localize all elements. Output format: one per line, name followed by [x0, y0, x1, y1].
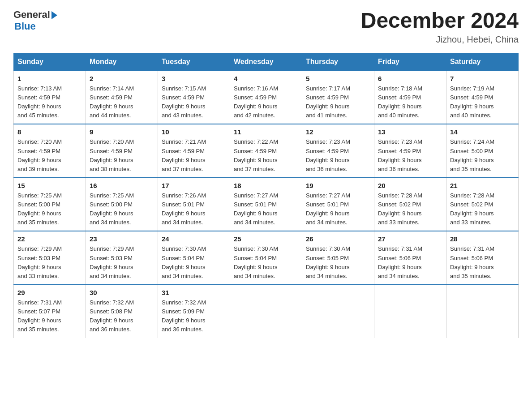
day-info: Sunrise: 7:16 AM Sunset: 4:59 PM Dayligh… — [234, 84, 298, 120]
day-info: Sunrise: 7:20 AM Sunset: 4:59 PM Dayligh… — [90, 137, 154, 174]
day-number: 6 — [378, 75, 442, 82]
header-wednesday: Wednesday — [230, 53, 302, 71]
day-info: Sunrise: 7:29 AM Sunset: 5:03 PM Dayligh… — [17, 244, 82, 281]
day-number: 7 — [450, 75, 515, 82]
logo-blue-text: Blue — [14, 21, 36, 32]
table-row: 22 Sunrise: 7:29 AM Sunset: 5:03 PM Dayl… — [14, 231, 86, 285]
day-number: 30 — [90, 289, 154, 296]
table-row: 28 Sunrise: 7:31 AM Sunset: 5:06 PM Dayl… — [446, 231, 519, 285]
logo-general-text: General — [13, 9, 50, 21]
day-number: 9 — [90, 128, 154, 136]
table-row: 7 Sunrise: 7:19 AM Sunset: 4:59 PM Dayli… — [446, 71, 519, 124]
table-row: 15 Sunrise: 7:25 AM Sunset: 5:00 PM Dayl… — [14, 178, 86, 231]
day-number: 14 — [450, 128, 515, 136]
table-row: 16 Sunrise: 7:25 AM Sunset: 5:00 PM Dayl… — [86, 178, 158, 231]
day-number: 16 — [90, 182, 154, 189]
table-row — [446, 285, 519, 338]
table-row: 5 Sunrise: 7:17 AM Sunset: 4:59 PM Dayli… — [302, 71, 374, 124]
day-info: Sunrise: 7:25 AM Sunset: 5:00 PM Dayligh… — [90, 191, 154, 227]
table-row: 25 Sunrise: 7:30 AM Sunset: 5:04 PM Dayl… — [230, 231, 302, 285]
day-info: Sunrise: 7:31 AM Sunset: 5:06 PM Dayligh… — [378, 244, 442, 281]
header-thursday: Thursday — [302, 53, 374, 71]
day-number: 10 — [162, 128, 226, 136]
day-info: Sunrise: 7:24 AM Sunset: 5:00 PM Dayligh… — [450, 137, 515, 174]
day-number: 31 — [162, 289, 226, 296]
table-row: 4 Sunrise: 7:16 AM Sunset: 4:59 PM Dayli… — [230, 71, 302, 124]
day-info: Sunrise: 7:23 AM Sunset: 4:59 PM Dayligh… — [306, 137, 370, 174]
day-info: Sunrise: 7:28 AM Sunset: 5:02 PM Dayligh… — [450, 191, 515, 227]
day-info: Sunrise: 7:27 AM Sunset: 5:01 PM Dayligh… — [306, 191, 370, 227]
day-info: Sunrise: 7:32 AM Sunset: 5:09 PM Dayligh… — [162, 298, 226, 334]
day-info: Sunrise: 7:31 AM Sunset: 5:07 PM Dayligh… — [17, 298, 82, 334]
day-info: Sunrise: 7:29 AM Sunset: 5:03 PM Dayligh… — [90, 244, 154, 281]
table-row: 19 Sunrise: 7:27 AM Sunset: 5:01 PM Dayl… — [302, 178, 374, 231]
header-tuesday: Tuesday — [158, 53, 230, 71]
day-info: Sunrise: 7:30 AM Sunset: 5:05 PM Dayligh… — [306, 244, 370, 281]
day-number: 12 — [306, 128, 370, 136]
day-number: 15 — [17, 182, 82, 189]
page-header: General Blue December 2024 Jizhou, Hebei… — [13, 9, 519, 45]
day-number: 8 — [17, 128, 82, 136]
table-row: 8 Sunrise: 7:20 AM Sunset: 4:59 PM Dayli… — [14, 124, 86, 178]
day-number: 13 — [378, 128, 442, 136]
day-number: 19 — [306, 182, 370, 189]
day-number: 21 — [450, 182, 515, 189]
table-row: 11 Sunrise: 7:22 AM Sunset: 4:59 PM Dayl… — [230, 124, 302, 178]
day-number: 17 — [162, 182, 226, 189]
title-block: December 2024 Jizhou, Hebei, China — [361, 9, 519, 45]
day-info: Sunrise: 7:30 AM Sunset: 5:04 PM Dayligh… — [162, 244, 226, 281]
table-row: 23 Sunrise: 7:29 AM Sunset: 5:03 PM Dayl… — [86, 231, 158, 285]
day-number: 26 — [306, 235, 370, 243]
logo-line1: General — [13, 9, 57, 21]
day-info: Sunrise: 7:15 AM Sunset: 4:59 PM Dayligh… — [162, 84, 226, 120]
table-row: 3 Sunrise: 7:15 AM Sunset: 4:59 PM Dayli… — [158, 71, 230, 124]
table-row: 17 Sunrise: 7:26 AM Sunset: 5:01 PM Dayl… — [158, 178, 230, 231]
table-row: 10 Sunrise: 7:21 AM Sunset: 4:59 PM Dayl… — [158, 124, 230, 178]
day-number: 28 — [450, 235, 515, 243]
table-row: 21 Sunrise: 7:28 AM Sunset: 5:02 PM Dayl… — [446, 178, 519, 231]
day-info: Sunrise: 7:32 AM Sunset: 5:08 PM Dayligh… — [90, 298, 154, 334]
day-number: 27 — [378, 235, 442, 243]
day-number: 4 — [234, 75, 298, 82]
day-info: Sunrise: 7:26 AM Sunset: 5:01 PM Dayligh… — [162, 191, 226, 227]
day-info: Sunrise: 7:21 AM Sunset: 4:59 PM Dayligh… — [162, 137, 226, 174]
day-info: Sunrise: 7:31 AM Sunset: 5:06 PM Dayligh… — [450, 244, 515, 281]
header-saturday: Saturday — [446, 53, 519, 71]
table-row: 2 Sunrise: 7:14 AM Sunset: 4:59 PM Dayli… — [86, 71, 158, 124]
day-number: 23 — [90, 235, 154, 243]
table-row — [374, 285, 446, 338]
day-info: Sunrise: 7:17 AM Sunset: 4:59 PM Dayligh… — [306, 84, 370, 120]
day-number: 22 — [17, 235, 82, 243]
table-row: 20 Sunrise: 7:28 AM Sunset: 5:02 PM Dayl… — [374, 178, 446, 231]
day-number: 2 — [90, 75, 154, 82]
table-row: 26 Sunrise: 7:30 AM Sunset: 5:05 PM Dayl… — [302, 231, 374, 285]
day-info: Sunrise: 7:22 AM Sunset: 4:59 PM Dayligh… — [234, 137, 298, 174]
table-row: 14 Sunrise: 7:24 AM Sunset: 5:00 PM Dayl… — [446, 124, 519, 178]
day-number: 25 — [234, 235, 298, 243]
day-info: Sunrise: 7:30 AM Sunset: 5:04 PM Dayligh… — [234, 244, 298, 281]
day-info: Sunrise: 7:18 AM Sunset: 4:59 PM Dayligh… — [378, 84, 442, 120]
day-info: Sunrise: 7:19 AM Sunset: 4:59 PM Dayligh… — [450, 84, 515, 120]
header-sunday: Sunday — [14, 53, 86, 71]
day-number: 11 — [234, 128, 298, 136]
day-info: Sunrise: 7:14 AM Sunset: 4:59 PM Dayligh… — [90, 84, 154, 120]
table-row: 30 Sunrise: 7:32 AM Sunset: 5:08 PM Dayl… — [86, 285, 158, 338]
table-row: 31 Sunrise: 7:32 AM Sunset: 5:09 PM Dayl… — [158, 285, 230, 338]
logo: General Blue — [13, 9, 57, 32]
table-row: 1 Sunrise: 7:13 AM Sunset: 4:59 PM Dayli… — [14, 71, 86, 124]
day-number: 24 — [162, 235, 226, 243]
day-info: Sunrise: 7:28 AM Sunset: 5:02 PM Dayligh… — [378, 191, 442, 227]
table-row: 24 Sunrise: 7:30 AM Sunset: 5:04 PM Dayl… — [158, 231, 230, 285]
day-number: 5 — [306, 75, 370, 82]
month-title: December 2024 — [361, 9, 519, 33]
day-number: 29 — [17, 289, 82, 296]
day-number: 20 — [378, 182, 442, 189]
day-info: Sunrise: 7:20 AM Sunset: 4:59 PM Dayligh… — [17, 137, 82, 174]
table-row: 29 Sunrise: 7:31 AM Sunset: 5:07 PM Dayl… — [14, 285, 86, 338]
day-number: 3 — [162, 75, 226, 82]
day-info: Sunrise: 7:13 AM Sunset: 4:59 PM Dayligh… — [17, 84, 82, 120]
table-row — [302, 285, 374, 338]
table-row: 27 Sunrise: 7:31 AM Sunset: 5:06 PM Dayl… — [374, 231, 446, 285]
location-text: Jizhou, Hebei, China — [361, 34, 519, 45]
day-info: Sunrise: 7:25 AM Sunset: 5:00 PM Dayligh… — [17, 191, 82, 227]
